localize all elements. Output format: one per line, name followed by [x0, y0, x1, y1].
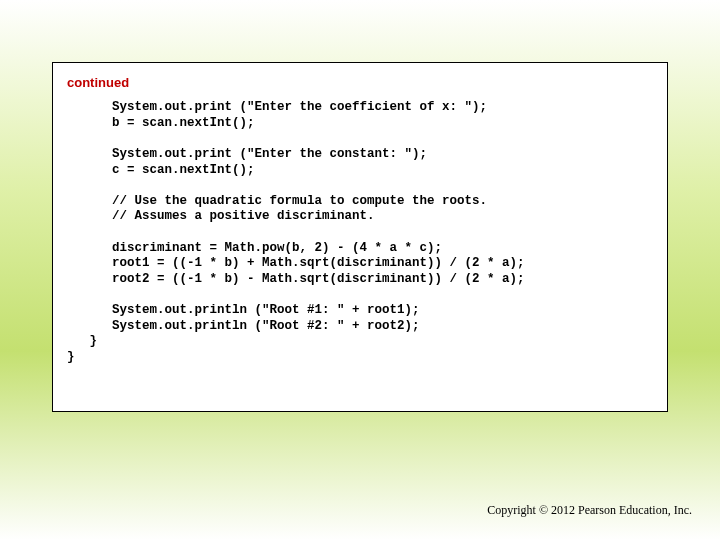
copyright-text: Copyright © 2012 Pearson Education, Inc.: [487, 503, 692, 518]
code-listing: System.out.print ("Enter the coefficient…: [53, 90, 667, 366]
code-container: continued System.out.print ("Enter the c…: [52, 62, 668, 412]
continued-label: continued: [53, 63, 667, 90]
